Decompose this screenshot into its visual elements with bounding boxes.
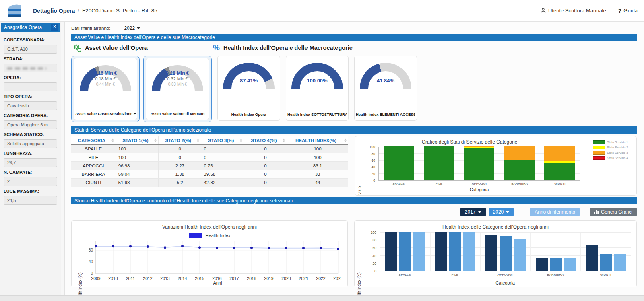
year-filter-label: Dati riferiti all'anno: (71, 26, 110, 31)
legend-label: Stato Servizio 2 (607, 146, 628, 149)
bar (463, 232, 475, 271)
bar (514, 239, 526, 271)
history-controls: 2017 2020 Anno di riferimento Gen (71, 208, 637, 216)
data-point (198, 246, 201, 249)
y-tick-label: 40 (89, 260, 93, 264)
field-input[interactable]: Cavalcavia (4, 101, 57, 110)
gauge-label: Asset Value Valore di Mercato (147, 111, 208, 116)
table-row: APPOGGI96.982.270.76083.1 (71, 162, 348, 170)
field-input[interactable] (4, 64, 57, 72)
field-input[interactable]: C.d.T. A10 (4, 45, 57, 54)
bar-segment (504, 146, 535, 160)
sort-icon (344, 139, 347, 142)
asset-value-title: Asset Value dell'Opera (71, 44, 213, 52)
y-tick-label: 100 (369, 145, 375, 149)
bar-group (480, 233, 530, 271)
table-column-header[interactable]: STATO 2(%) (159, 136, 201, 145)
table-cell: APPOGGI (71, 162, 116, 170)
asset-gauge-wrapper[interactable]: 0.16 Mln € 0.18 Mln € 0.44 Mln € Asset V… (71, 56, 140, 122)
table-cell: GIUNTI (71, 179, 116, 187)
legend-label: Stato Servizio 3 (607, 151, 628, 155)
gauge-label: Health Index ELEMENTI ACCESSORI (356, 112, 415, 117)
asset-gauge-wrapper[interactable]: 0.28 Mln € 0.32 Mln € 0.83 Mln € Asset V… (143, 56, 212, 122)
gauge-total-value: 0.83 Mln € (146, 82, 209, 87)
close-icon[interactable]: × (51, 24, 58, 31)
data-point (216, 247, 218, 249)
gauge-label: Health Index SOTTOSTRUTTURA (287, 112, 347, 117)
field-label: N. CAMPATE: (4, 170, 57, 175)
year-b-dropdown[interactable]: 2020 (489, 208, 514, 216)
chevron-down-icon (506, 211, 509, 213)
table-cell: 33 (287, 170, 348, 179)
y-tick-label: 60 (372, 159, 375, 163)
app-logo[interactable] (6, 4, 22, 18)
bar-group (430, 233, 481, 271)
table-row: GIUNTI51.985.242.82044 (71, 179, 348, 187)
legend-item: Stato Servizio 3 (593, 151, 635, 155)
bar (564, 258, 576, 271)
sidebar-field: OPERA: (4, 75, 57, 91)
bar (586, 245, 598, 271)
gauge: 41.84% (360, 63, 411, 89)
health-gauge-card: 100.00% Health Index SOTTOSTRUTTURA (286, 56, 349, 121)
table-cell: 39.58 (201, 170, 244, 179)
asset-value-title-text: Asset Value dell'Opera (85, 45, 148, 51)
sort-icon (283, 139, 285, 142)
year-select[interactable]: 2022 (124, 25, 140, 31)
table-column-header[interactable]: HEALTH INDEX(%) (287, 136, 348, 145)
y-tick-label: 100 (371, 231, 376, 235)
chart-title: Health Index delle Categorie dell'Opera … (355, 224, 636, 230)
data-point (95, 245, 97, 247)
health-gauge-card: 41.84% Health Index ELEMENTI ACCESSORI (354, 56, 417, 121)
sidebar-field: CATEGORIA OPERA: Opera Maggiore 6 m (4, 113, 57, 129)
bar-segment (464, 148, 495, 180)
sidebar-field: TIPO OPERA: Cavalcavia (4, 94, 57, 110)
help-link[interactable]: ? Guida (618, 8, 638, 14)
gauge: 87.41% (223, 63, 275, 89)
bar (485, 235, 497, 271)
page-title: Dettaglio Opera (33, 8, 75, 14)
sidebar-field: SCHEMA STATICO: Soletta appoggiata (4, 132, 57, 148)
navbar-right: Utente Scrittura Manuale ? Guida (540, 8, 638, 14)
y-tick-label: 80 (372, 152, 375, 156)
field-input[interactable]: Opera Maggiore 6 m (4, 120, 57, 129)
y-tick-label: 80 (373, 238, 376, 242)
data-point (320, 247, 322, 249)
year-a-value: 2017 (465, 209, 476, 215)
y-tick-label: 60 (373, 246, 376, 250)
field-input[interactable]: 26,7 (4, 158, 57, 167)
anagrafica-panel: Anagrafica Opera × CONCESSIONARIA: C.d.T… (0, 22, 61, 295)
bar (536, 258, 548, 271)
generate-charts-label: Genera Grafici (601, 209, 632, 215)
field-input[interactable]: Soletta appoggiata (4, 139, 57, 148)
panel-resizer[interactable] (61, 22, 65, 295)
table-cell: 0 (244, 179, 287, 187)
field-input[interactable]: 2 (4, 177, 57, 186)
table-cell: 0 (159, 145, 201, 153)
stacked-bar (379, 147, 419, 180)
field-input[interactable]: 24,5 (4, 196, 57, 205)
sort-icon (154, 139, 157, 142)
legend-item: Stato Servizio 4 (593, 156, 635, 160)
gauge-secondary-value: 0.18 Mln € (74, 76, 137, 82)
health-index-title-text: Health Index dell'Opera e delle Macrocat… (223, 45, 353, 51)
table-column-header[interactable]: CATEGORIA (71, 136, 116, 145)
field-label: TIPO OPERA: (4, 94, 57, 99)
table-column-header[interactable]: STATO 4(%) (244, 136, 287, 145)
chevron-down-icon (478, 211, 481, 213)
table-column-header[interactable]: STATO 1(%) (116, 136, 158, 145)
generate-charts-button[interactable]: Genera Grafici (590, 208, 637, 216)
field-input[interactable] (4, 82, 57, 91)
reference-year-button[interactable]: Anno di riferimento (530, 208, 580, 216)
section-header-history: Storico Health Index dell'Opera e confro… (71, 197, 637, 204)
bar-segment (424, 146, 454, 180)
data-point (285, 247, 287, 249)
service-states-row: CATEGORIA STATO 1(%) STATO 2(%) STATO 3(… (71, 136, 637, 196)
year-a-dropdown[interactable]: 2017 (460, 208, 486, 216)
bar (550, 258, 562, 271)
x-tick-label: SPALLE (378, 182, 419, 186)
breadcrumb-separator: / (78, 8, 79, 14)
bar (435, 232, 447, 271)
table-column-header[interactable]: STATO 3(%) (201, 136, 244, 145)
user-menu[interactable]: Utente Scrittura Manuale (540, 8, 606, 14)
